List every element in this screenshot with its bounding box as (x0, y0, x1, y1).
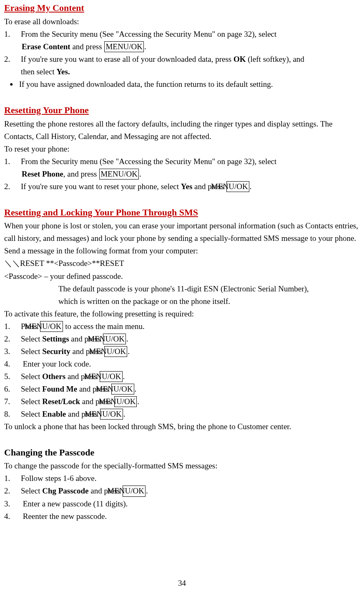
list-item: 8.Select Enable and press MENU/OK. (4, 408, 360, 420)
bold-text: Others (42, 372, 65, 381)
text: To erase all downloads: (4, 15, 360, 28)
text: . (123, 410, 126, 418)
text: Reset Phone, and press MENU/OK. (4, 168, 360, 180)
text: To change the passcode for the specially… (4, 460, 360, 472)
key-menu-ok: MENU/OK (111, 384, 134, 395)
list-item: 7.Select Reset/Lock and press MENU/OK. (4, 395, 360, 408)
text: . (144, 42, 146, 51)
list-item: 2.If you're sure you want to erase all o… (4, 53, 360, 66)
list-number: 5. (4, 370, 21, 383)
list-number: 7. (4, 395, 21, 408)
list-item: 1.From the Security menu (See "Accessing… (4, 155, 360, 168)
list-number: 1. (4, 472, 21, 485)
text: Select (21, 385, 42, 393)
bold-text: OK (233, 55, 246, 63)
list-item: 3. Enter a new passcode (11 digits). (4, 498, 360, 510)
key-menu-ok: MENU/OK (226, 181, 249, 192)
list-number: 4. (4, 358, 21, 370)
list-item: 3.Select Security and press MENU/OK. (4, 345, 360, 358)
text: Select (21, 397, 42, 406)
bold-text: Enable (42, 410, 66, 418)
text: , and press (63, 169, 99, 178)
list-item: 4. Reenter the new passcode. (4, 510, 360, 523)
list-number: 1. (4, 320, 21, 333)
bold-text: Security (42, 347, 70, 356)
bold-text: Yes (181, 182, 192, 191)
key-menu-ok: MENU/OK (40, 321, 63, 332)
text: and press (70, 42, 104, 51)
list-item: ● If you have assigned downloaded data, … (4, 78, 360, 91)
section-resetting: Resetting Your Phone Resetting the phone… (4, 103, 360, 193)
page-number: 34 (0, 577, 364, 589)
text: To unlock a phone that has been locked t… (4, 420, 360, 433)
text: <Passcode> – your defined passcode. (4, 270, 360, 283)
bold-text: Yes. (56, 67, 70, 76)
key-menu-ok: MENU/OK (123, 486, 146, 497)
list-item: 1.Follow steps 1-6 above. (4, 472, 360, 485)
text: Select (21, 410, 42, 418)
text: To reset your phone: (4, 143, 360, 155)
list-item: 5.Select Others and press MENU/OK. (4, 370, 360, 383)
text: . (146, 486, 148, 495)
section-changing-passcode: Changing the Passcode To change the pass… (4, 445, 360, 523)
text: Enter a new passcode (11 digits). (21, 499, 128, 508)
list-item: 1.Press MENU/OK to access the main menu. (4, 320, 360, 333)
text: . (137, 397, 139, 406)
text: . (135, 385, 137, 393)
list-number: 3. (4, 345, 21, 358)
heading-erasing: Erasing My Content (4, 1, 84, 15)
text: If you have assigned downloaded data, th… (17, 80, 273, 89)
text: Select (21, 334, 42, 343)
text: Select (21, 347, 42, 356)
bold-text: Erase Content (22, 42, 70, 51)
bold-text: Reset/Lock (42, 397, 80, 406)
text: . (126, 334, 128, 343)
text: to access the main menu. (63, 322, 145, 331)
text: Select (21, 372, 42, 381)
list-number: 2. (4, 333, 21, 345)
key-menu-ok: MENU/OK (104, 41, 144, 53)
list-item: 2.Select Chg Passcode and press MENU/OK. (4, 485, 360, 497)
list-number: 8. (4, 408, 21, 420)
list-number: 1. (4, 28, 21, 40)
section-sms-reset: Resetting and Locking Your Phone Through… (4, 205, 360, 433)
text: The default passcode is your phone's 11-… (4, 283, 360, 295)
manual-page: Erasing My Content To erase all download… (0, 0, 364, 597)
text: Enter your lock code. (21, 359, 91, 368)
text: Erase Content and press MENU/OK. (4, 40, 360, 53)
bold-text: Chg Passcode (42, 486, 88, 495)
section-erasing: Erasing My Content To erase all download… (4, 1, 360, 91)
bold-text: Reset Phone (22, 169, 63, 178)
text: then select (21, 67, 56, 76)
key-menu-ok: MENU/OK (99, 169, 139, 180)
text: From the Security menu (See "Accessing t… (21, 30, 276, 38)
key-menu-ok: MENU/OK (100, 371, 123, 382)
list-number: 6. (4, 383, 21, 395)
bold-text: Found Me (42, 385, 77, 393)
list-item: 4. Enter your lock code. (4, 358, 360, 370)
key-menu-ok: MENU/OK (114, 396, 137, 407)
list-item: 1.From the Security menu (See "Accessing… (4, 28, 360, 40)
text: Reenter the new passcode. (21, 512, 107, 521)
text: . (128, 347, 130, 356)
text: To activate this feature, the following … (4, 308, 360, 320)
text: Follow steps 1-6 above. (21, 474, 97, 483)
heading-sms-reset: Resetting and Locking Your Phone Through… (4, 205, 198, 220)
list-number: 4. (4, 510, 21, 523)
list-number: 2. (4, 53, 21, 66)
list-item: 6.Select Found Me and press MENU/OK. (4, 383, 360, 395)
text: If you're sure you want to reset your ph… (21, 182, 181, 191)
heading-changing-passcode: Changing the Passcode (4, 445, 94, 460)
key-menu-ok: MENU/OK (104, 346, 127, 357)
text: . (123, 372, 125, 381)
sms-format: ＼＼RESET **<Passcode>**RESET (4, 257, 360, 270)
heading-resetting: Resetting Your Phone (4, 103, 89, 118)
key-menu-ok: MENU/OK (100, 409, 123, 420)
text: . (250, 182, 252, 191)
list-item: 2.If you're sure you want to reset your … (4, 180, 360, 193)
bullet-icon: ● (10, 81, 13, 87)
text: Resetting the phone restores all the fac… (4, 118, 360, 143)
key-menu-ok: MENU/OK (103, 334, 126, 345)
list-item: 2.Select Settings and press MENU/OK. (4, 333, 360, 345)
text: then select Yes. (4, 66, 360, 78)
